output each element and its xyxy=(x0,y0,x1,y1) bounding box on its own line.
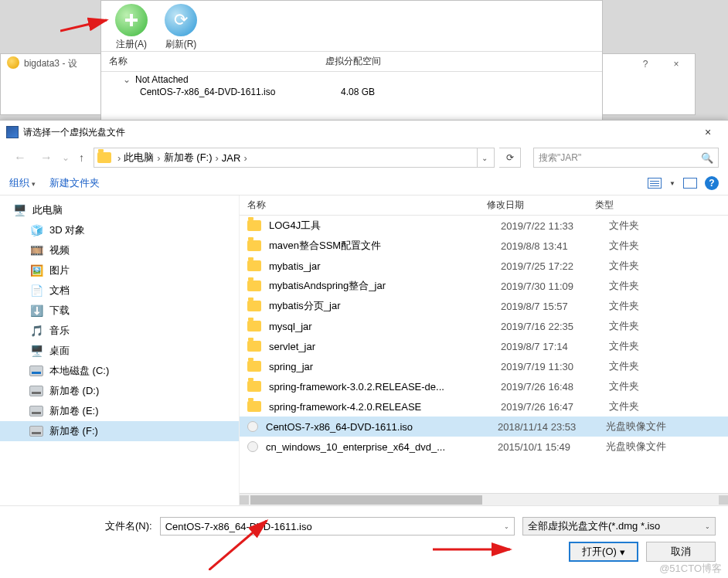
refresh-button[interactable]: ⟳ xyxy=(499,148,521,168)
dialog-close-button[interactable]: × xyxy=(694,124,722,141)
file-row[interactable]: mybatis分页_jar2019/8/7 15:57文件夹 xyxy=(240,296,728,316)
nav-label: 图片 xyxy=(49,264,70,277)
file-type: 文件夹 xyxy=(609,299,702,313)
history-dropdown[interactable]: ⌄ xyxy=(62,152,70,163)
organize-menu[interactable]: 组织 xyxy=(9,176,36,190)
nav-documents[interactable]: 文档 xyxy=(0,280,239,301)
close-button[interactable]: × xyxy=(661,56,692,73)
nav-music[interactable]: 音乐 xyxy=(0,321,239,341)
media-item[interactable]: CentOS-7-x86_64-DVD-1611.iso 4.08 GB xyxy=(109,86,594,98)
nav-desktop[interactable]: 桌面 xyxy=(0,341,239,361)
nav-label: 本地磁盘 (C:) xyxy=(49,364,109,378)
nav-3d-objects[interactable]: 3D 对象 xyxy=(0,220,239,240)
file-type: 文件夹 xyxy=(609,379,702,393)
file-row[interactable]: spring_jar2019/7/19 11:30文件夹 xyxy=(240,356,728,376)
disk-icon xyxy=(29,426,43,437)
app-icon xyxy=(7,56,19,69)
file-type: 文件夹 xyxy=(609,359,702,373)
file-row[interactable]: mybatis_jar2019/7/25 17:22文件夹 xyxy=(240,256,728,276)
help-button[interactable]: ? xyxy=(630,56,661,73)
forward-button[interactable]: → xyxy=(36,148,57,168)
register-label: 注册(A) xyxy=(116,38,147,51)
nav-disk-c[interactable]: 本地磁盘 (C:) xyxy=(0,361,239,381)
nav-disk-e[interactable]: 新加卷 (E:) xyxy=(0,401,239,421)
filetype-filter[interactable]: 全部虚拟光盘文件(*.dmg *.iso ⌄ xyxy=(522,517,716,536)
document-icon xyxy=(29,284,43,298)
caret-icon: ⌄ xyxy=(123,74,131,85)
col-space: 虚拟分配空间 xyxy=(325,55,381,68)
col-date[interactable]: 修改日期 xyxy=(487,199,595,212)
dialog-title: 请选择一个虚拟光盘文件 xyxy=(23,126,125,139)
file-name: spring-framework-3.0.2.RELEASE-de... xyxy=(269,381,501,393)
register-button[interactable]: 注册(A) xyxy=(115,4,148,51)
video-icon xyxy=(29,243,43,257)
file-type: 文件夹 xyxy=(609,239,702,253)
file-row[interactable]: mysql_jar2019/7/16 22:35文件夹 xyxy=(240,316,728,336)
nav-disk-d[interactable]: 新加卷 (D:) xyxy=(0,381,239,401)
media-group[interactable]: ⌄ Not Attached xyxy=(109,73,594,86)
cancel-button[interactable]: 取消 xyxy=(646,542,716,562)
col-type[interactable]: 类型 xyxy=(595,199,688,212)
file-name: mybatis分页_jar xyxy=(269,299,501,313)
folder-icon xyxy=(247,381,261,392)
nav-this-pc[interactable]: 此电脑 xyxy=(0,200,239,220)
up-button[interactable]: ↑ xyxy=(74,148,89,167)
view-details-button[interactable] xyxy=(648,178,662,189)
nav-label: 音乐 xyxy=(49,324,70,338)
file-row[interactable]: spring-framework-4.2.0.RELEASE2019/7/26 … xyxy=(240,396,728,416)
file-name: spring-framework-4.2.0.RELEASE xyxy=(269,401,501,413)
folder-icon xyxy=(247,301,261,311)
refresh-button[interactable]: 刷新(R) xyxy=(165,4,197,51)
file-row[interactable]: maven整合SSM配置文件2019/8/8 13:41文件夹 xyxy=(240,236,728,256)
folder-icon xyxy=(247,321,261,332)
nav-videos[interactable]: 视频 xyxy=(0,240,239,260)
file-row[interactable]: cn_windows_10_enterprise_x64_dvd_...2015… xyxy=(240,437,728,457)
file-row[interactable]: LOG4J工具2019/7/22 11:33文件夹 xyxy=(240,216,728,236)
filter-label: 全部虚拟光盘文件(*.dmg *.iso xyxy=(528,519,660,533)
col-name[interactable]: 名称 xyxy=(247,199,487,212)
nav-label: 文档 xyxy=(49,284,70,298)
desktop-icon xyxy=(29,344,43,358)
horizontal-scrollbar[interactable] xyxy=(240,493,728,505)
plus-icon xyxy=(115,4,148,36)
nav-pictures[interactable]: 图片 xyxy=(0,260,239,280)
file-type: 文件夹 xyxy=(609,279,702,293)
nav-label: 视频 xyxy=(49,243,70,257)
nav-disk-f[interactable]: 新加卷 (F:) xyxy=(0,421,239,441)
nav-label: 桌面 xyxy=(49,344,70,358)
folder-icon xyxy=(247,280,261,291)
nav-label: 新加卷 (F:) xyxy=(49,424,98,438)
file-row[interactable]: servlet_jar2019/8/7 17:14文件夹 xyxy=(240,336,728,356)
refresh-icon xyxy=(165,4,197,36)
filename-input[interactable]: CentOS-7-x86_64-DVD-1611.iso ⌄ xyxy=(160,517,515,536)
folder-icon xyxy=(247,240,261,251)
path-seg-pc[interactable]: 此电脑 xyxy=(124,151,154,165)
nav-downloads[interactable]: 下载 xyxy=(0,301,239,321)
path-seg-drive[interactable]: 新加卷 (F:) xyxy=(164,151,213,165)
file-type: 光盘映像文件 xyxy=(606,420,699,434)
disk-icon xyxy=(29,386,43,396)
scrollbar-thumb[interactable] xyxy=(250,495,482,505)
filename-label: 文件名(N): xyxy=(12,519,152,533)
folder-icon xyxy=(247,260,261,271)
file-list-pane: 名称 修改日期 类型 LOG4J工具2019/7/22 11:33文件夹mave… xyxy=(240,196,728,505)
file-row[interactable]: spring-framework-3.0.2.RELEASE-de...2019… xyxy=(240,376,728,396)
file-row[interactable]: mybatisAndspring整合_jar2019/7/30 11:09文件夹 xyxy=(240,276,728,296)
media-item-size: 4.08 GB xyxy=(341,87,375,97)
open-button[interactable]: 打开(O) ▾ xyxy=(569,542,638,562)
path-dropdown[interactable]: ⌄ xyxy=(477,148,491,167)
pc-icon xyxy=(12,203,26,217)
new-folder-button[interactable]: 新建文件夹 xyxy=(49,176,100,190)
breadcrumb[interactable]: ›此电脑 ›新加卷 (F:) ›JAR› ⌄ xyxy=(94,148,495,168)
search-input[interactable]: 搜索"JAR" 🔍 xyxy=(533,148,719,168)
help-icon[interactable]: ? xyxy=(705,176,719,190)
nav-label: 此电脑 xyxy=(32,203,63,217)
back-button[interactable]: ← xyxy=(9,148,31,168)
file-date: 2019/7/22 11:33 xyxy=(501,220,609,232)
picture-icon xyxy=(29,264,43,277)
file-row[interactable]: CentOS-7-x86_64-DVD-1611.iso2018/11/14 2… xyxy=(240,416,728,437)
path-seg-folder[interactable]: JAR xyxy=(222,152,241,164)
file-name: mybatisAndspring整合_jar xyxy=(269,279,501,293)
view-preview-button[interactable] xyxy=(683,178,697,189)
disk-icon xyxy=(29,366,43,376)
